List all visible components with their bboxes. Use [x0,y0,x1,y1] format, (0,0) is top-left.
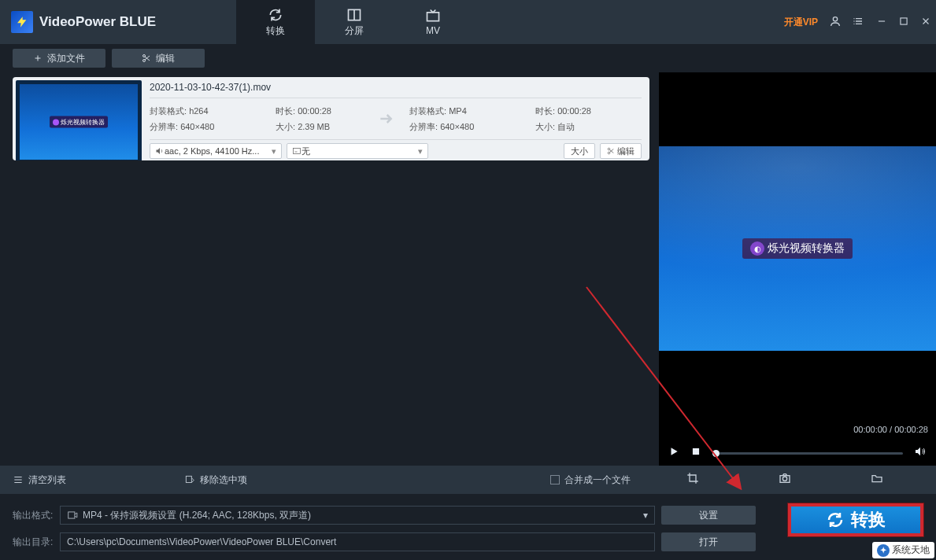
arrow-right-icon [362,103,409,134]
open-dir-button[interactable]: 打开 [661,532,756,551]
logo: VideoPower BLUE [11,11,156,33]
edit-label: 编辑 [156,52,175,65]
minimize-icon[interactable] [876,16,887,29]
file-info: 2020-11-03-10-42-37(1).mov 封装格式: h264 分辨… [145,77,649,160]
checkbox-icon [550,475,560,484]
add-file-label: 添加文件 [47,52,85,65]
file-list: 烁光视频转换器 2020-11-03-10-42-37(1).mov 封装格式:… [0,72,659,466]
video-icon [67,510,78,521]
tab-split[interactable]: 分屏 [315,0,394,44]
user-icon[interactable] [829,15,842,30]
thumb-badge: 烁光视频转换器 [50,116,108,128]
tab-split-label: 分屏 [345,24,364,38]
output-dir-field[interactable]: C:\Users\pc\Documents\VideoPower\VideoPo… [60,532,655,551]
size-button[interactable]: 大小 [564,143,595,159]
output-format-value: MP4 - 保持源视频设置 (H.264; AAC, 128Kbps, 双声道) [83,509,311,522]
title-bar: VideoPower BLUE 转换 分屏 MV 开通VIP [0,0,936,44]
watermark-icon: ✦ [877,544,890,557]
file-meta: 封装格式: h264 分辨率: 640×480 时长: 00:00:28 大小:… [150,98,642,140]
watermark: ✦ 系统天地 [872,542,934,558]
preview-pane: ◐ 烁光视频转换器 00:00:00 / 00:00:28 [659,72,936,466]
play-icon[interactable] [668,446,679,460]
speaker-icon [155,146,165,156]
tab-mv-label: MV [426,25,440,36]
svg-point-6 [853,23,854,24]
preview-video: ◐ 烁光视频转换器 [659,72,936,425]
menu-icon[interactable] [853,15,865,30]
audio-select-label: aac, 2 Kbps, 44100 Hz... [165,146,259,156]
subtitle-icon [292,146,302,156]
tab-convert[interactable]: 转换 [236,0,315,44]
convert-button[interactable]: 转换 [788,503,923,536]
toolbar: 添加文件 编辑 [0,44,936,72]
action-bar: 清空列表 移除选中项 合并成一个文件 [0,466,936,494]
tab-convert-label: 转换 [266,24,285,38]
time-display: 00:00:00 / 00:00:28 [659,425,936,440]
tab-mv[interactable]: MV [394,0,472,44]
camera-icon[interactable] [779,472,791,488]
volume-icon[interactable] [914,445,927,461]
subtitle-select[interactable]: 无 ▾ [287,143,428,159]
refresh-icon [268,7,283,23]
seek-bar[interactable] [712,452,903,455]
file-name: 2020-11-03-10-42-37(1).mov [150,82,642,93]
add-file-button[interactable]: 添加文件 [13,49,105,68]
settings-button[interactable]: 设置 [661,506,756,525]
clear-list-button[interactable]: 清空列表 [13,473,66,487]
svg-point-4 [853,18,854,19]
svg-rect-8 [901,17,907,24]
svg-point-5 [853,20,854,21]
seek-handle[interactable] [712,450,720,457]
close-icon[interactable] [920,16,931,29]
stop-icon[interactable] [690,446,701,460]
scissors-icon [607,147,615,155]
edit-button[interactable]: 编辑 [112,49,205,68]
remove-icon [184,474,195,485]
output-format-select[interactable]: MP4 - 保持源视频设置 (H.264; AAC, 128Kbps, 双声道)… [60,506,655,525]
crop-icon[interactable] [686,472,699,488]
edit-file-button[interactable]: 编辑 [600,143,642,159]
merge-checkbox[interactable]: 合并成一个文件 [550,473,631,487]
split-icon [346,7,362,23]
plus-icon [33,53,43,63]
chevron-down-icon: ▾ [643,510,648,521]
tv-icon [425,8,441,24]
refresh-icon [826,510,845,529]
chevron-down-icon: ▾ [418,146,423,157]
list-icon [13,474,24,485]
scissors-icon [142,53,151,63]
main-area: 烁光视频转换器 2020-11-03-10-42-37(1).mov 封装格式:… [0,72,936,466]
file-footer: aac, 2 Kbps, 44100 Hz... ▾ 无 ▾ 大小 编辑 [150,140,642,159]
bolt-icon [11,11,33,33]
folder-icon[interactable] [871,472,883,488]
main-tabs: 转换 分屏 MV [236,0,472,44]
file-thumbnail: 烁光视频转换器 [16,80,142,160]
remove-selected-button[interactable]: 移除选中项 [184,473,247,487]
svg-rect-19 [68,512,75,518]
window-controls: 开通VIP [784,0,931,44]
svg-rect-2 [427,13,439,21]
svg-point-3 [833,17,837,20]
svg-rect-11 [294,149,301,154]
svg-point-18 [782,477,786,481]
app-title: VideoPower BLUE [39,14,156,30]
output-dir-label: 输出目录: [13,536,54,549]
file-card[interactable]: 烁光视频转换器 2020-11-03-10-42-37(1).mov 封装格式:… [13,77,649,160]
subtitle-select-label: 无 [302,146,310,157]
chevron-down-icon: ▾ [272,146,276,157]
audio-select[interactable]: aac, 2 Kbps, 44100 Hz... ▾ [150,143,282,159]
output-dir-value: C:\Users\pc\Documents\VideoPower\VideoPo… [67,536,336,547]
player-controls [659,440,936,466]
vip-link[interactable]: 开通VIP [784,16,818,29]
svg-rect-16 [186,476,191,482]
preview-tools [646,472,923,488]
svg-rect-15 [693,448,699,455]
output-format-label: 输出格式: [13,509,54,522]
maximize-icon[interactable] [898,16,909,29]
